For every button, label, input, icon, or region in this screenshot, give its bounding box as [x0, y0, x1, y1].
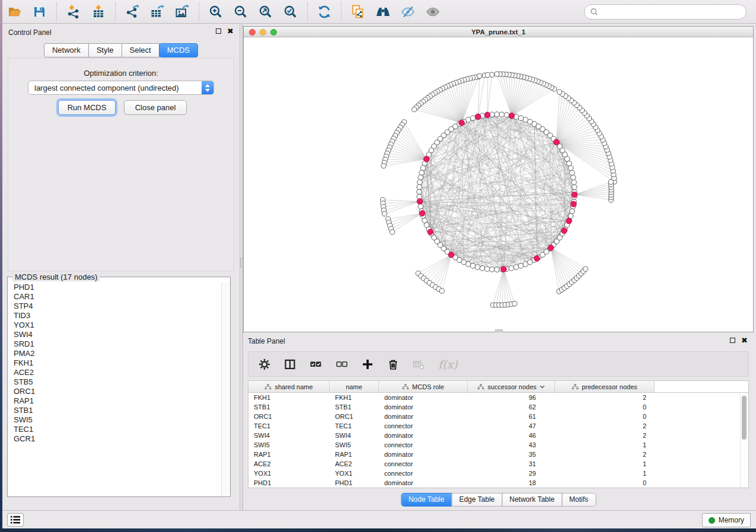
cell-MCDS-role[interactable]: connector — [379, 459, 468, 469]
mcds-result-item[interactable]: ACE2 — [8, 368, 221, 377]
cell-shared-name[interactable]: FKH1 — [248, 393, 330, 402]
cell-MCDS-role[interactable]: connector — [379, 469, 468, 478]
zoom-in-button[interactable] — [204, 2, 228, 22]
cell-MCDS-role[interactable]: dominator — [379, 450, 468, 459]
cell-MCDS-role[interactable]: dominator — [379, 402, 468, 412]
mcds-result-item[interactable]: TID3 — [8, 311, 221, 321]
cell-predecessor-nodes[interactable]: 0 — [555, 478, 655, 488]
cell-shared-name[interactable]: SWI5 — [248, 440, 330, 450]
graph-node[interactable] — [572, 180, 577, 185]
export-image-button[interactable] — [170, 2, 194, 22]
cell-successor-nodes[interactable]: 47 — [468, 421, 555, 431]
graph-node[interactable] — [570, 209, 575, 214]
graph-node[interactable] — [417, 190, 422, 195]
cell-successor-nodes[interactable]: 46 — [468, 431, 555, 440]
graph-node[interactable] — [570, 175, 576, 180]
graph-node[interactable] — [417, 180, 423, 185]
cell-successor-nodes[interactable]: 31 — [468, 459, 555, 469]
mcds-result-item[interactable]: YOX1 — [8, 321, 221, 330]
import-table-button[interactable] — [87, 2, 110, 22]
cell-name[interactable]: PHD1 — [330, 478, 379, 488]
column-header-successor-nodes[interactable]: successor nodes — [468, 381, 555, 392]
refresh-view-button[interactable] — [312, 2, 336, 22]
cell-name[interactable]: SWI4 — [330, 431, 379, 440]
tab-style[interactable]: Style — [88, 43, 122, 57]
network-canvas[interactable] — [244, 37, 753, 332]
close-table-panel-icon[interactable]: ✖ — [741, 338, 748, 343]
graph-node[interactable] — [495, 267, 500, 273]
mcds-result-item[interactable]: RAP1 — [8, 396, 221, 406]
cell-MCDS-role[interactable]: dominator — [379, 478, 468, 488]
graph-node[interactable] — [608, 180, 613, 184]
first-neighbors-button[interactable] — [371, 2, 395, 22]
mcds-result-item[interactable]: STP4 — [8, 302, 221, 311]
cell-predecessor-nodes[interactable]: 2 — [555, 450, 655, 459]
cell-predecessor-nodes[interactable]: 2 — [555, 421, 655, 431]
mcds-result-item[interactable]: SRD1 — [8, 339, 221, 349]
cell-successor-nodes[interactable]: 43 — [468, 440, 555, 450]
graph-node[interactable] — [419, 170, 425, 175]
cell-shared-name[interactable]: RAP1 — [248, 450, 330, 459]
graph-dominator-node[interactable] — [448, 252, 454, 258]
optimization-criterion-dropdown[interactable]: largest connected component (undirected) — [28, 81, 214, 95]
graph-dominator-node[interactable] — [419, 210, 425, 216]
task-history-button[interactable] — [7, 513, 24, 527]
run-mcds-button[interactable]: Run MCDS — [58, 100, 116, 115]
mcds-list-scrollbar[interactable] — [221, 283, 229, 496]
table-row[interactable]: ORC1ORC1dominator610 — [248, 412, 748, 421]
export-network-button[interactable] — [120, 2, 144, 22]
cell-shared-name[interactable]: STB1 — [248, 402, 330, 412]
graph-node[interactable] — [495, 112, 500, 117]
cell-predecessor-nodes[interactable]: 2 — [555, 431, 655, 440]
show-columns-icon[interactable] — [284, 358, 296, 370]
tab-node-table[interactable]: Node Table — [401, 493, 452, 507]
graph-dominator-node[interactable] — [571, 201, 577, 207]
mcds-result-item[interactable]: PMA2 — [8, 349, 221, 358]
mcds-result-item[interactable]: ORC1 — [8, 387, 221, 396]
graph-dominator-node[interactable] — [424, 156, 430, 162]
save-session-button[interactable] — [28, 2, 52, 22]
open-file-button[interactable] — [3, 2, 27, 22]
import-network-button[interactable] — [62, 2, 85, 22]
table-row[interactable]: RAP1RAP1dominator352 — [248, 450, 748, 459]
mcds-result-item[interactable]: STB1 — [8, 406, 221, 415]
table-scrollbar[interactable] — [740, 393, 748, 488]
cell-successor-nodes[interactable]: 29 — [468, 469, 555, 478]
table-row[interactable]: TEC1TEC1connector472 — [248, 421, 748, 431]
new-network-from-selection-button[interactable] — [346, 2, 370, 22]
network-window-titlebar[interactable]: YPA_prune.txt_1 — [244, 27, 753, 37]
cell-name[interactable]: FKH1 — [330, 393, 379, 402]
search-input[interactable] — [602, 8, 746, 16]
graph-node[interactable] — [485, 73, 490, 78]
graph-dominator-node[interactable] — [417, 198, 423, 204]
graph-node[interactable] — [557, 89, 562, 94]
mcds-result-item[interactable]: PHD1 — [8, 283, 221, 292]
delete-row-trash-icon[interactable] — [387, 358, 399, 370]
cell-successor-nodes[interactable]: 96 — [468, 393, 555, 402]
cell-predecessor-nodes[interactable]: 1 — [555, 440, 655, 450]
tab-select[interactable]: Select — [122, 43, 160, 57]
graph-node[interactable] — [568, 213, 573, 219]
graph-node[interactable] — [572, 185, 577, 190]
cell-name[interactable]: RAP1 — [330, 450, 379, 459]
graph-dominator-node[interactable] — [534, 256, 540, 262]
deselect-all-icon[interactable] — [336, 358, 348, 370]
table-row[interactable]: ACE2ACE2connector311 — [248, 459, 748, 469]
graph-node[interactable] — [417, 185, 422, 190]
cell-name[interactable]: SWI5 — [330, 440, 379, 450]
zoom-fit-button[interactable] — [254, 2, 277, 22]
column-header-shared-name[interactable]: shared name — [248, 381, 330, 392]
graph-node[interactable] — [420, 165, 426, 171]
float-table-panel-icon[interactable] — [730, 338, 735, 343]
settings-gear-icon[interactable] — [259, 358, 270, 370]
column-header-name[interactable]: name — [330, 381, 379, 392]
network-graph[interactable] — [244, 37, 753, 332]
cell-MCDS-role[interactable]: dominator — [379, 393, 468, 402]
graph-node[interactable] — [512, 302, 517, 306]
cell-successor-nodes[interactable]: 18 — [468, 478, 555, 488]
graph-node[interactable] — [499, 112, 505, 117]
graph-node[interactable] — [418, 204, 423, 209]
close-panel-icon[interactable]: ✖ — [227, 28, 234, 34]
cell-name[interactable]: ACE2 — [330, 459, 379, 469]
cell-successor-nodes[interactable]: 35 — [468, 450, 555, 459]
